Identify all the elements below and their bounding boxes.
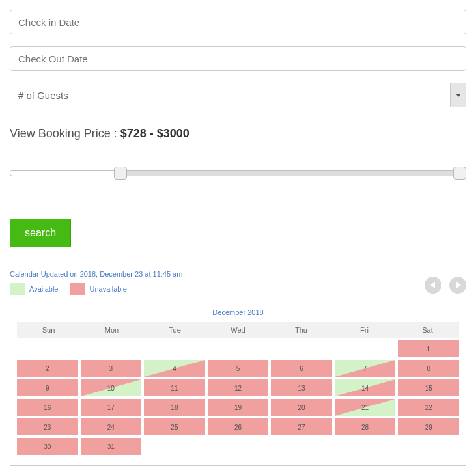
calendar-cell-empty	[208, 340, 269, 357]
calendar-day[interactable]: 22	[398, 399, 459, 416]
legend-swatch-available	[10, 283, 25, 295]
calendar-weekday: Fri	[333, 322, 396, 338]
calendar-day[interactable]: 12	[208, 379, 269, 396]
calendar-weekday: Mon	[80, 322, 143, 338]
calendar-day[interactable]: 3	[81, 360, 142, 377]
calendar-day[interactable]: 5	[208, 360, 269, 377]
calendar-cell-empty	[271, 340, 332, 357]
calendar-day[interactable]: 30	[17, 438, 78, 455]
search-button[interactable]: search	[10, 219, 71, 247]
legend-unavailable: Unavailable	[89, 285, 126, 293]
calendar-cell-empty	[17, 340, 78, 357]
calendar-day[interactable]: 19	[208, 399, 269, 416]
calendar-day[interactable]: 8	[398, 360, 459, 377]
calendar-day[interactable]: 20	[271, 399, 332, 416]
calendar-day[interactable]: 23	[17, 418, 78, 435]
calendar-updated: Calendar Updated on 2018, December 23 at…	[10, 270, 466, 278]
calendar-prev-icon[interactable]	[425, 277, 441, 294]
calendar-day[interactable]: 27	[271, 418, 332, 435]
calendar-day[interactable]: 28	[335, 418, 396, 435]
calendar-day[interactable]: 4	[144, 360, 205, 377]
calendar-cell-empty	[144, 340, 205, 357]
calendar-day[interactable]: 16	[17, 399, 78, 416]
calendar-day[interactable]: 11	[144, 379, 205, 396]
booking-price-label: View Booking Price : $728 - $3000	[10, 127, 466, 141]
guests-select[interactable]: # of Guests	[10, 83, 466, 107]
calendar-weekday: Thu	[270, 322, 333, 338]
calendar-day[interactable]: 15	[398, 379, 459, 396]
slider-handle-max[interactable]	[453, 167, 466, 180]
price-slider[interactable]	[10, 167, 466, 180]
calendar-day[interactable]: 1	[398, 340, 459, 357]
calendar-day[interactable]: 17	[81, 399, 142, 416]
calendar-next-icon[interactable]	[449, 277, 466, 294]
calendar-day[interactable]: 13	[271, 379, 332, 396]
calendar-weekday: Sat	[396, 322, 459, 338]
calendar-day[interactable]: 18	[144, 399, 205, 416]
calendar-day[interactable]: 6	[271, 360, 332, 377]
calendar-day[interactable]: 21	[335, 399, 396, 416]
checkout-input[interactable]	[10, 46, 466, 71]
calendar-day[interactable]: 29	[398, 418, 459, 435]
calendar-weekday: Sun	[17, 322, 80, 338]
calendar-day[interactable]: 7	[335, 360, 396, 377]
legend-available: Available	[29, 285, 58, 293]
calendar-day[interactable]: 9	[17, 379, 78, 396]
calendar-title: December 2018	[17, 308, 459, 316]
calendar-weekday: Tue	[143, 322, 206, 338]
calendar-day[interactable]: 31	[81, 438, 142, 455]
checkin-input[interactable]	[10, 10, 466, 34]
calendar-day[interactable]: 26	[208, 418, 269, 435]
legend-swatch-unavailable	[70, 283, 85, 295]
calendar: December 2018 SunMonTueWedThuFriSat 1234…	[10, 303, 466, 466]
calendar-day[interactable]: 25	[144, 418, 205, 435]
calendar-day[interactable]: 2	[17, 360, 78, 377]
calendar-day[interactable]: 24	[81, 418, 142, 435]
calendar-weekday: Wed	[206, 322, 270, 338]
calendar-day[interactable]: 10	[81, 379, 142, 396]
slider-handle-min[interactable]	[114, 167, 127, 180]
calendar-cell-empty	[81, 340, 142, 357]
calendar-day[interactable]: 14	[335, 379, 396, 396]
calendar-cell-empty	[335, 340, 396, 357]
